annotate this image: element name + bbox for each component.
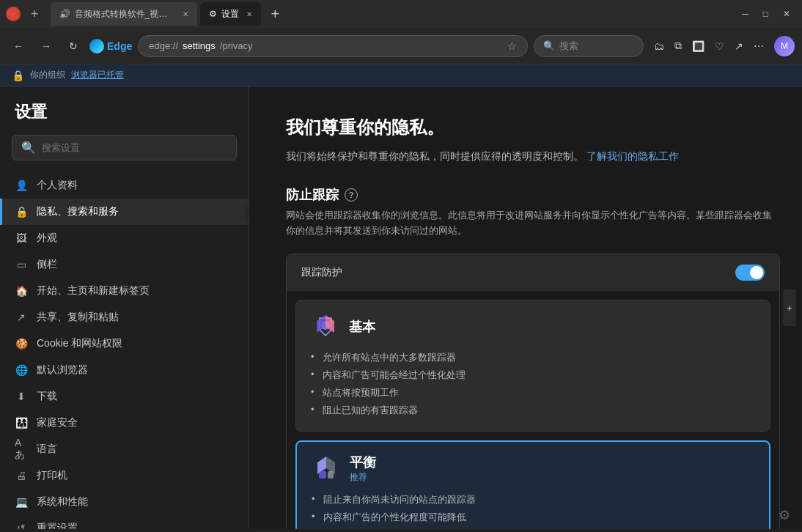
sidebar-search-input[interactable] (42, 142, 227, 153)
system-icon: 💻 (15, 495, 28, 509)
sidebar-item-sidebar[interactable]: ▭ 侧栏 (0, 251, 249, 278)
privacy-icon: 🔒 (15, 205, 28, 218)
sidebar-label-appearance: 外观 (37, 232, 57, 245)
tracking-toggle[interactable] (735, 265, 765, 281)
search-bar[interactable]: 🔍 搜索 (534, 35, 644, 57)
download-icon: ⬇ (15, 390, 28, 403)
sidebar-label-profile: 个人资料 (37, 179, 78, 192)
workspaces-icon[interactable]: 🔳 (688, 37, 709, 55)
default-icon: 🌐 (15, 363, 28, 377)
basic-card-titles: 基本 (349, 318, 375, 336)
sidebar-item-download[interactable]: ⬇ 下载 (0, 383, 249, 410)
url-protocol: edge:// (149, 40, 178, 51)
infobar-text: 你的组织 (30, 69, 65, 81)
sidebar-label-family: 家庭安全 (37, 416, 78, 429)
profile-avatar[interactable]: M (774, 36, 795, 56)
sidebar-label-cookies: Cookie 和网站权限 (37, 337, 122, 350)
sidebar-item-default[interactable]: 🌐 默认浏览器 (0, 357, 249, 383)
tab-settings-close[interactable]: ✕ (246, 10, 252, 18)
infobar-link[interactable]: 浏览器已托管 (71, 69, 124, 81)
sidebar-label-printer: 打印机 (37, 469, 67, 482)
basic-item-3: 站点将按预期工作 (311, 384, 755, 402)
sidebar-item-start[interactable]: 🏠 开始、主页和新建标签页 (0, 278, 249, 304)
balanced-card-list: 阻止来自你尚未访问的站点的跟踪器 内容和广告的个性化程度可能降低 站点将按预期工… (312, 491, 754, 529)
basic-card-title: 基本 (349, 318, 375, 336)
sidebar-label-start: 开始、主页和新建标签页 (37, 284, 150, 298)
sidebar: 设置 🔍 👤 个人资料 🔒 隐私、搜索和服务 隐私、搜索和服务 🖼 外观 ▭ 侧… (0, 86, 249, 529)
new-tab-button[interactable]: + (25, 4, 45, 25)
profile-icon: 👤 (15, 179, 28, 192)
collections-icon[interactable]: 🗂 (650, 37, 669, 55)
tab-audio-close[interactable]: ✕ (183, 10, 188, 18)
basic-item-2: 内容和广告可能会经过个性化处理 (311, 366, 755, 384)
sidebar-item-appearance[interactable]: 🖼 外观 (0, 225, 249, 251)
sidebar-label-reset: 重置设置 (37, 522, 78, 529)
sidebar-item-profile[interactable]: 👤 个人资料 (0, 172, 249, 199)
info-icon[interactable]: ? (345, 188, 358, 202)
titlebar: + 🔊 音频格式转换软件_视频处理软件... ✕ ⚙ 设置 ✕ + ─ □ ✕ (0, 0, 802, 28)
sidebar-search[interactable]: 🔍 (12, 135, 237, 160)
back-button[interactable]: ← (7, 37, 29, 55)
refresh-button[interactable]: ↻ (63, 37, 84, 55)
balanced-card[interactable]: 平衡 推荐 阻止来自你尚未访问的站点的跟踪器 内容和广告的个性化程度可能降低 站… (295, 440, 770, 529)
balanced-card-titles: 平衡 推荐 (350, 454, 376, 484)
window-controls-left: + (6, 4, 45, 25)
app-icon[interactable] (6, 7, 21, 21)
reset-icon: ↺ (15, 522, 28, 529)
basic-item-1: 允许所有站点中的大多数跟踪器 (311, 349, 755, 366)
new-tab-btn[interactable]: + (264, 6, 287, 23)
sidebar-label-sidebar: 侧栏 (37, 258, 57, 271)
sidebar-item-language[interactable]: Aあ 语言 (0, 436, 249, 462)
sidebar-item-system[interactable]: 💻 系统和性能 (0, 489, 249, 515)
tab-audio[interactable]: 🔊 音频格式转换软件_视频处理软件... ✕ (51, 2, 197, 26)
edge-logo: Edge (89, 39, 132, 53)
privacy-link[interactable]: 了解我们的隐私工作 (586, 150, 679, 162)
edge-label: Edge (107, 40, 132, 52)
sidebar-item-share[interactable]: ↗ 共享、复制和粘贴 (0, 304, 249, 330)
tracking-description: 网站会使用跟踪器收集你的浏览信息。此信息将用于改进网站服务并向你显示个性化广告等… (286, 208, 780, 239)
balanced-card-header: 平衡 推荐 (312, 454, 754, 484)
share-nav-icon: ↗ (15, 311, 28, 324)
tracking-protection-area: 跟踪防护 (286, 254, 780, 529)
url-bar[interactable]: edge://settings/privacy ☆ (138, 35, 528, 57)
tracking-header: 跟踪防护 (287, 254, 779, 291)
appearance-icon: 🖼 (15, 232, 28, 245)
split-view-icon[interactable]: ⧉ (670, 37, 686, 55)
close-button[interactable]: ✕ (777, 7, 796, 21)
star-icon[interactable]: ☆ (507, 40, 517, 52)
expand-panel-button[interactable]: + (783, 289, 796, 326)
sidebar-item-reset[interactable]: ↺ 重置设置 (0, 515, 249, 529)
forward-button[interactable]: → (35, 37, 57, 55)
sidebar-item-family[interactable]: 👨‍👩‍👧 家庭安全 (0, 410, 249, 436)
sidebar-label-default: 默认浏览器 (37, 363, 88, 377)
infobar: 🔒 你的组织 浏览器已托管 (0, 64, 802, 86)
content-description: 我们将始终保护和尊重你的隐私，同时提供应得的透明度和控制。 了解我们的隐私工作 (286, 148, 780, 164)
sidebar-label-system: 系统和性能 (37, 495, 88, 509)
favorites-icon[interactable]: ♡ (710, 37, 729, 55)
language-icon: Aあ (15, 443, 28, 456)
minimize-button[interactable]: ─ (736, 7, 754, 21)
settings-gear-icon[interactable]: ⚙ (779, 507, 790, 523)
search-placeholder: 搜索 (559, 40, 578, 53)
sidebar-icon: ▭ (15, 258, 28, 271)
tab-bar: 🔊 音频格式转换软件_视频处理软件... ✕ ⚙ 设置 ✕ + (51, 2, 731, 26)
edge-logo-icon (89, 39, 104, 53)
main-layout: 设置 🔍 👤 个人资料 🔒 隐私、搜索和服务 隐私、搜索和服务 🖼 外观 ▭ 侧… (0, 86, 802, 529)
basic-icon-svg (311, 312, 340, 341)
more-icon[interactable]: ⋯ (749, 37, 768, 55)
maximize-button[interactable]: □ (757, 7, 774, 21)
sidebar-item-privacy[interactable]: 🔒 隐私、搜索和服务 隐私、搜索和服务 (0, 199, 249, 225)
tracking-section-title: 防止跟踪 ? (286, 186, 780, 204)
url-suffix: /privacy (220, 40, 253, 51)
share-icon[interactable]: ↗ (730, 37, 748, 55)
family-icon: 👨‍👩‍👧 (15, 416, 28, 429)
tab-settings[interactable]: ⚙ 设置 ✕ (200, 2, 261, 26)
sidebar-item-printer[interactable]: 🖨 打印机 (0, 462, 249, 489)
svg-rect-7 (328, 471, 334, 479)
basic-card[interactable]: 基本 允许所有站点中的大多数跟踪器 内容和广告可能会经过个性化处理 站点将按预期… (295, 300, 770, 432)
start-icon: 🏠 (15, 284, 28, 298)
sidebar-item-cookies[interactable]: 🍪 Cookie 和网站权限 (0, 330, 249, 357)
balanced-card-title: 平衡 (350, 454, 376, 471)
tab-audio-label: 音频格式转换软件_视频处理软件... (75, 8, 175, 21)
balanced-card-icon (312, 454, 341, 483)
